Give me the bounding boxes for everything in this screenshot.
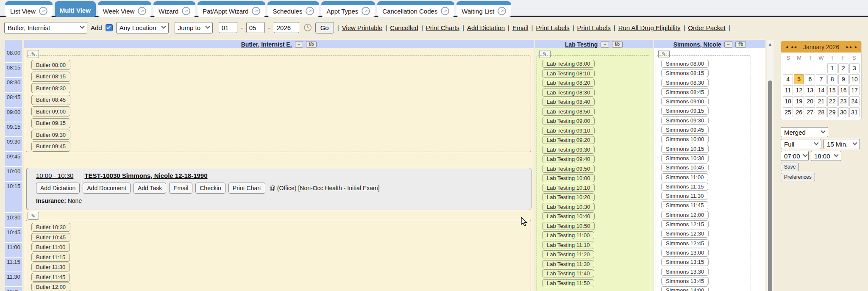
open-slot-button[interactable]: Lab Testing 10:20 [542,193,595,201]
open-external-icon[interactable]: ↗ [138,7,146,15]
open-slot-button[interactable]: Simmons 12:45 [661,239,709,247]
calendar-day-cell[interactable]: 26 [794,107,804,117]
appointment-action-button[interactable]: Checkin [195,183,225,194]
open-slot-button[interactable]: Simmons 12:15 [661,220,709,228]
open-slot-button[interactable]: Lab Testing 09:40 [542,155,595,163]
save-button[interactable]: Save [781,163,799,171]
calendar-day-cell[interactable] [783,63,793,73]
provider-select[interactable]: Butler, Internist [4,22,87,33]
open-slot-button[interactable]: Lab Testing 09:30 [542,146,595,154]
open-external-icon[interactable]: ↗ [252,7,260,15]
calendar-day-cell[interactable]: 13 [805,85,815,95]
open-slot-button[interactable]: Lab Testing 08:00 [542,60,595,68]
calendar-day-cell[interactable]: 20 [805,96,815,106]
toolbar-link[interactable]: Order Packet [688,24,725,31]
open-slot-button[interactable]: Butler 10:45 [31,233,70,242]
toolbar-link[interactable]: Email [512,24,529,31]
scroll-up-icon[interactable]: ▲ [767,40,773,48]
open-slot-button[interactable]: Simmons 08:30 [661,79,709,87]
open-slot-button[interactable]: Simmons 10:15 [661,145,709,153]
open-external-icon[interactable]: ↗ [362,7,370,15]
open-slot-button[interactable]: Butler 11:15 [31,253,70,262]
calendar-day-cell[interactable] [794,63,804,73]
edit-note-icon[interactable]: ✎ [28,212,39,220]
open-slot-button[interactable]: Simmons 13:45 [661,277,709,285]
open-slot-button[interactable]: Lab Testing 08:20 [542,79,595,87]
toolbar-link[interactable]: Print Charts [426,24,459,31]
open-slot-button[interactable]: Lab Testing 11:10 [542,241,594,249]
calendar-day-cell[interactable]: 27 [805,107,815,117]
open-slot-button[interactable]: Lab Testing 10:00 [542,174,595,182]
calendar-day-cell[interactable]: 24 [849,96,860,106]
preferences-button[interactable]: Preferences [781,173,815,181]
open-slot-button[interactable]: Simmons 12:30 [661,230,709,238]
appointment-action-button[interactable]: Add Dictation [36,183,80,194]
calendar-day-cell[interactable]: 5 [794,74,804,84]
tab[interactable]: Multi View ↗ [55,1,96,17]
open-external-icon[interactable]: ↗ [441,7,449,15]
appointment-patient-link[interactable]: TEST-10030 Simmons, Nicole 12-18-1990 [84,172,207,179]
calendar-day-cell[interactable]: 16 [838,85,849,95]
appointment-action-button[interactable]: Email [169,183,192,194]
calendar-day-cell[interactable]: 6 [805,74,815,84]
tab[interactable]: Week View ↗ [98,1,151,17]
clock-icon[interactable] [303,23,312,32]
open-slot-button[interactable]: Lab Testing 10:40 [542,212,595,220]
open-slot-button[interactable]: Simmons 08:45 [661,88,709,96]
tab[interactable]: Appt Types ↗ [321,1,375,17]
interval-select[interactable]: 15 Min. [823,139,860,149]
open-external-icon[interactable]: ↗ [182,7,190,15]
open-slot-button[interactable]: Butler 11:00 [31,243,70,252]
calendar-day-cell[interactable]: 1 [827,63,837,73]
open-slot-button[interactable]: Lab Testing 11:20 [542,250,594,258]
toolbar-link[interactable]: Cancelled [390,24,418,31]
calendar-day-cell[interactable]: 8 [827,74,837,84]
open-slot-button[interactable]: Lab Testing 08:50 [542,108,595,116]
open-slot-button[interactable]: Lab Testing 11:50 [542,279,594,287]
open-slot-button[interactable]: Simmons 10:00 [661,135,709,143]
date-year-input[interactable] [274,22,299,33]
open-slot-button[interactable]: Lab Testing 09:50 [542,165,595,173]
open-slot-button[interactable]: Lab Testing 11:00 [542,231,594,239]
appointment-block[interactable]: 10:00 - 10:30 TEST-10030 Simmons, Nicole… [26,168,532,210]
open-slot-button[interactable]: Simmons 13:30 [661,268,709,276]
open-slot-button[interactable]: Lab Testing 11:30 [542,260,594,268]
add-checkbox[interactable] [106,24,113,31]
open-slot-button[interactable]: Lab Testing 08:30 [542,89,595,97]
fb-column-button[interactable]: f/b [612,41,623,48]
calendar-day-cell[interactable] [816,63,826,73]
calendar-day-cell[interactable]: 19 [794,96,804,106]
open-slot-button[interactable]: Simmons 11:00 [661,173,708,181]
appointment-time-link[interactable]: 10:00 - 10:30 [36,172,73,179]
next-year-icon[interactable]: ►► [845,45,853,49]
calendar-day-cell[interactable]: 17 [849,85,860,95]
open-slot-button[interactable]: Simmons 09:45 [661,126,709,134]
open-slot-button[interactable]: Butler 09:00 [31,106,70,116]
open-slot-button[interactable]: Butler 10:30 [31,223,70,232]
open-slot-button[interactable]: Simmons 08:00 [661,60,709,68]
date-day-input[interactable] [246,22,265,33]
open-slot-button[interactable]: Butler 09:45 [31,141,70,152]
day-end-select[interactable]: 18:00 [811,151,841,161]
minimize-column-button[interactable]: – [601,41,609,48]
tab[interactable]: Pat/Appt Wizard ↗ [198,1,265,17]
calendar-day-cell[interactable]: 9 [838,74,849,84]
open-slot-button[interactable]: Butler 11:30 [31,263,70,272]
calendar-day-cell[interactable]: 25 [783,107,793,117]
open-slot-button[interactable]: Butler 09:15 [31,118,70,128]
open-slot-button[interactable]: Butler 08:15 [31,72,70,82]
open-slot-button[interactable]: Simmons 09:15 [661,107,709,115]
open-slot-button[interactable]: Butler 08:30 [31,83,70,93]
appointment-action-button[interactable]: Print Chart [228,183,265,194]
open-slot-button[interactable]: Simmons 14:00 [661,286,709,291]
tab[interactable]: Schedules ↗ [267,1,319,17]
open-slot-button[interactable]: Simmons 08:15 [661,69,709,77]
toolbar-link[interactable]: Run All Drug Eligibility [618,24,681,31]
calendar-day-cell[interactable]: 21 [816,96,826,106]
tab[interactable]: List View ↗ [5,1,53,17]
open-slot-button[interactable]: Lab Testing 09:20 [542,136,595,144]
open-slot-button[interactable]: Butler 08:00 [31,60,70,70]
calendar-day-cell[interactable]: 11 [783,85,793,95]
tab[interactable]: Cancellation Codes ↗ [377,1,454,17]
provider-column-link[interactable]: Simmons, Nicole [673,41,721,48]
